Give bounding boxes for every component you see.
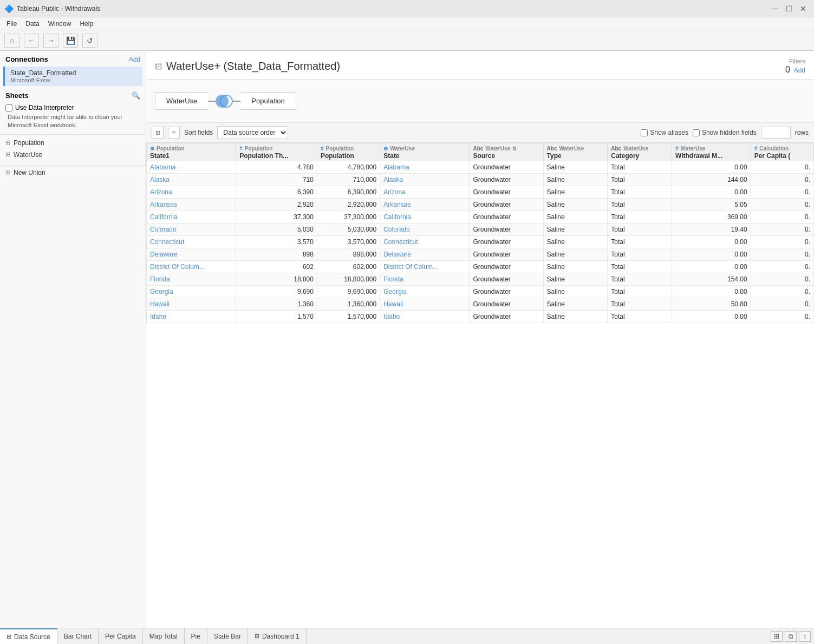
table-cell[interactable]: California: [147, 211, 236, 224]
forward-button[interactable]: →: [43, 34, 58, 48]
table-cell[interactable]: Arizona: [147, 186, 236, 199]
table-cell[interactable]: Connecticut: [380, 236, 470, 248]
close-button[interactable]: ✕: [797, 3, 810, 14]
table-cell: Total: [608, 248, 672, 261]
menu-file[interactable]: File: [2, 19, 21, 29]
tab-map-total[interactable]: Map Total: [143, 628, 185, 644]
table-cell: 0.: [751, 236, 813, 248]
table-cell: 37,300: [236, 211, 317, 224]
table-cell: 0.: [751, 224, 813, 236]
connection-type: Microsoft Excel: [10, 77, 137, 83]
join-left-table[interactable]: WaterUse: [155, 92, 208, 110]
add-connection-button[interactable]: Add: [129, 56, 140, 63]
data-interpreter-checkbox[interactable]: [5, 104, 12, 111]
table-cell[interactable]: District Of Colum...: [380, 261, 470, 273]
tab-state-bar[interactable]: State Bar: [207, 628, 248, 644]
grid-view-btn-2[interactable]: ≡: [168, 127, 180, 139]
table-cell: 0.: [751, 186, 813, 199]
grid-view-btn-1[interactable]: ⊞: [152, 127, 164, 139]
table-cell: Saline: [543, 286, 608, 298]
table-cell[interactable]: Colorado: [147, 224, 236, 236]
new-union-item[interactable]: ⊞ New Union: [0, 165, 146, 180]
sort-dropdown[interactable]: Data source order: [217, 126, 288, 139]
table-cell[interactable]: Georgia: [147, 286, 236, 298]
join-connector[interactable]: [208, 91, 240, 111]
save-button[interactable]: 💾: [63, 34, 78, 48]
table-cell: 898: [236, 248, 317, 261]
table-cell[interactable]: Hawaii: [380, 298, 470, 311]
tab-pie[interactable]: Pie: [185, 628, 207, 644]
table-cell: 9,690: [236, 286, 317, 298]
table-cell[interactable]: Delaware: [147, 248, 236, 261]
table-cell[interactable]: Arkansas: [380, 199, 470, 211]
tab-bar-chart[interactable]: Bar Chart: [57, 628, 99, 644]
col-name-type: Type: [547, 152, 604, 160]
table-cell[interactable]: Georgia: [380, 286, 470, 298]
duplicate-sheet-button[interactable]: ⧉: [785, 631, 797, 642]
join-circles: [216, 95, 233, 108]
new-sheet-button[interactable]: ⊞: [771, 631, 783, 642]
col-type-icon-pop: #: [321, 146, 324, 152]
table-cell: 898,000: [317, 248, 380, 261]
connection-item[interactable]: State_Data_Formatted Microsoft Excel: [3, 67, 142, 86]
table-cell[interactable]: Idaho: [147, 311, 236, 323]
table-cell: 710: [236, 174, 317, 186]
table-cell: 144.00: [672, 174, 751, 186]
table-cell: Saline: [543, 298, 608, 311]
table-cell[interactable]: Alaska: [147, 174, 236, 186]
table-cell: Groundwater: [470, 311, 543, 323]
tab-pie-label: Pie: [191, 633, 200, 640]
home-button[interactable]: ⌂: [4, 34, 19, 48]
table-cell: Total: [608, 224, 672, 236]
menu-window[interactable]: Window: [44, 19, 76, 29]
col-source-pop-th: Population: [245, 146, 273, 152]
table-cell: 0.: [751, 199, 813, 211]
back-button[interactable]: ←: [24, 34, 39, 48]
bottom-tab-spacer: [307, 628, 767, 644]
table-cell[interactable]: District Of Colum...: [147, 261, 236, 273]
col-header-pop: # Population Population: [317, 143, 380, 161]
tab-per-capita[interactable]: Per Capita: [99, 628, 143, 644]
col-header-source: Abc WaterUse ⇅ Source: [470, 143, 543, 161]
table-cell[interactable]: Delaware: [380, 248, 470, 261]
table-cell[interactable]: California: [380, 211, 470, 224]
tab-dashboard-1[interactable]: ⊞ Dashboard 1: [248, 628, 307, 644]
col-source-state1: Population: [157, 146, 185, 152]
refresh-button[interactable]: ↺: [82, 34, 97, 48]
table-cell[interactable]: Florida: [147, 273, 236, 286]
tab-data-source[interactable]: ⊞ Data Source: [0, 628, 57, 644]
table-cell[interactable]: Alabama: [380, 161, 470, 174]
show-aliases-label: Show aliases: [650, 129, 688, 136]
table-cell[interactable]: Florida: [380, 273, 470, 286]
col-source-withdrawal: WaterUse: [681, 146, 706, 152]
show-aliases-checkbox[interactable]: [641, 129, 648, 136]
table-body: Alabama4,7804,780,000AlabamaGroundwaterS…: [147, 161, 814, 323]
table-cell[interactable]: Idaho: [380, 311, 470, 323]
show-hidden-checkbox[interactable]: [693, 129, 700, 136]
move-sheet-button[interactable]: ↕: [799, 631, 811, 642]
table-cell[interactable]: Hawaii: [147, 298, 236, 311]
col-name-percapita: Per Capita (: [754, 152, 810, 160]
table-cell[interactable]: Colorado: [380, 224, 470, 236]
table-cell[interactable]: Arizona: [380, 186, 470, 199]
table-cell: 0.: [751, 174, 813, 186]
sheet-item-population[interactable]: ⊞ Population: [0, 137, 146, 149]
table-cell[interactable]: Alabama: [147, 161, 236, 174]
join-right-table[interactable]: Population: [240, 92, 296, 110]
table-cell[interactable]: Arkansas: [147, 199, 236, 211]
table-cell[interactable]: Connecticut: [147, 236, 236, 248]
maximize-button[interactable]: ☐: [783, 3, 796, 14]
sheet-item-wateruse[interactable]: ⊞ WaterUse: [0, 149, 146, 161]
menu-help[interactable]: Help: [75, 19, 97, 29]
rows-input[interactable]: 1,000: [761, 127, 791, 139]
search-sheets-icon[interactable]: 🔍: [132, 91, 140, 100]
connections-label: Connections: [5, 55, 48, 63]
minimize-button[interactable]: ─: [769, 3, 782, 14]
table-cell[interactable]: Alaska: [380, 174, 470, 186]
sheet-name-population: Population: [14, 139, 44, 147]
col-header-state1: ⊕ Population State1: [147, 143, 236, 161]
source-sort-icon[interactable]: ⇅: [512, 146, 517, 152]
menu-data[interactable]: Data: [21, 19, 43, 29]
filters-add-button[interactable]: Add: [794, 67, 805, 74]
data-table-container[interactable]: ⊕ Population State1 # Population: [146, 143, 814, 628]
